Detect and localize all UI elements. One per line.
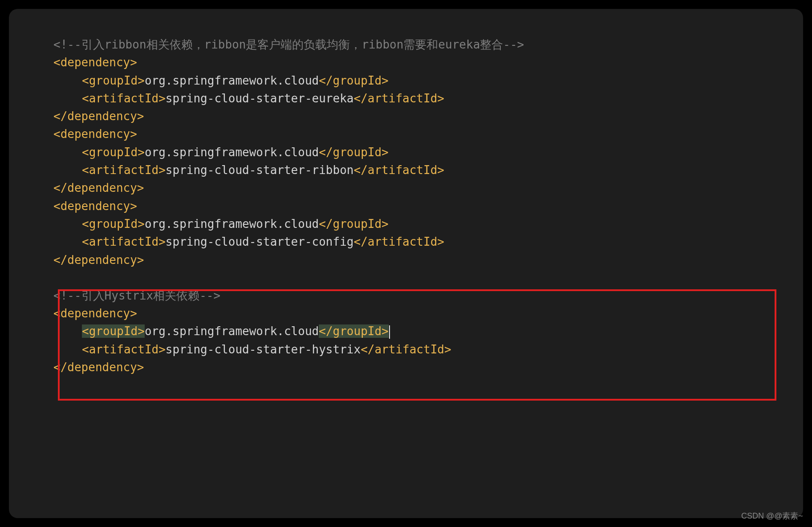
- xml-tag-close: </dependency>: [53, 179, 759, 197]
- xml-tag-line: <artifactId>spring-cloud-starter-hystrix…: [53, 341, 759, 358]
- xml-tag-line: <artifactId>spring-cloud-starter-eureka<…: [53, 89, 759, 107]
- xml-tag-line-highlighted[interactable]: <groupId>org.springframework.cloud</grou…: [53, 322, 759, 340]
- comment-line: <!--引入Hystrix相关依赖-->: [53, 287, 759, 304]
- xml-tag-open: <dependency>: [53, 125, 759, 143]
- xml-tag-close: </dependency>: [53, 251, 759, 269]
- xml-tag-open: <dependency>: [53, 304, 759, 322]
- xml-tag-line: <groupId>org.springframework.cloud</grou…: [53, 215, 759, 233]
- text-cursor: [389, 325, 390, 339]
- xml-tag-close: </dependency>: [53, 358, 759, 376]
- xml-tag-line: <groupId>org.springframework.cloud</grou…: [53, 143, 759, 161]
- blank-line: [53, 269, 759, 287]
- xml-tag-open: <dependency>: [53, 197, 759, 215]
- xml-tag-close: </dependency>: [53, 107, 759, 125]
- xml-tag-open: <dependency>: [53, 53, 759, 71]
- xml-tag-line: <groupId>org.springframework.cloud</grou…: [53, 72, 759, 89]
- comment-line: <!--引入ribbon相关依赖，ribbon是客户端的负载均衡，ribbon需…: [53, 36, 759, 53]
- editor-window: <!--引入ribbon相关依赖，ribbon是客户端的负载均衡，ribbon需…: [9, 9, 803, 518]
- xml-tag-line: <artifactId>spring-cloud-starter-ribbon<…: [53, 161, 759, 179]
- watermark: CSDN @@素素~: [741, 510, 803, 523]
- xml-tag-line: <artifactId>spring-cloud-starter-config<…: [53, 233, 759, 251]
